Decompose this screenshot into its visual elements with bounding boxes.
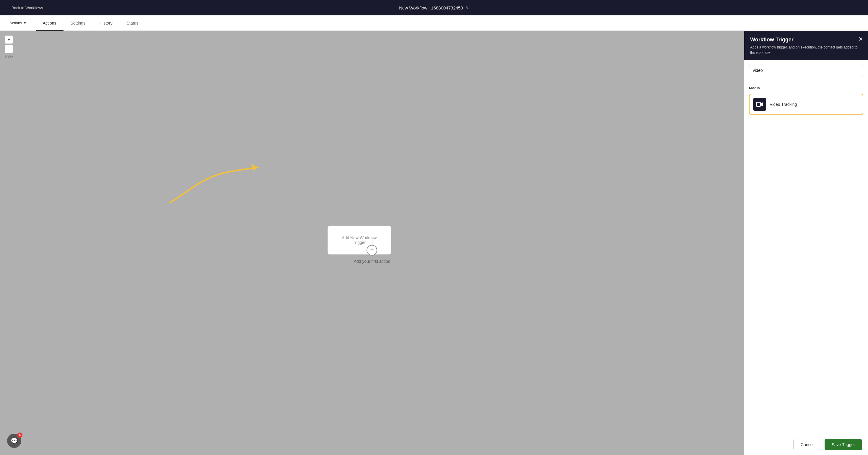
back-arrow-icon: ← [6,6,10,10]
search-input[interactable]: video [749,65,863,76]
workflow-title-area: New Workflow : 1688004732459 ✎ [399,5,469,10]
save-trigger-button[interactable]: Save Trigger [825,439,862,450]
add-first-action-label: Add your first action [354,259,391,264]
video-icon [756,101,763,108]
tab-status-label: Status [127,21,138,25]
chat-badge-count: 6 [17,432,23,438]
add-action-circle-button[interactable]: + [367,245,377,255]
tab-status[interactable]: Status [120,16,146,31]
main-area: + − 100% Add New Workflow Trigger + Add … [0,31,868,455]
chevron-down-icon: ▾ [24,21,26,25]
minus-icon: − [7,47,10,52]
svg-marker-2 [761,102,763,107]
tab-history[interactable]: History [92,16,120,31]
back-to-workflows-button[interactable]: ← Back to Workflows [6,6,43,10]
back-label: Back to Workflows [11,6,43,10]
tab-settings-label: Settings [70,21,86,25]
svg-marker-0 [251,164,258,171]
edit-title-icon[interactable]: ✎ [465,5,469,10]
video-tracking-icon-box [753,98,766,111]
zoom-in-button[interactable]: + [5,35,13,44]
trigger-video-tracking-label: Video Tracking [770,102,797,107]
chat-icon: 💬 [11,437,18,444]
workflow-title-text: New Workflow : 1688004732459 [399,5,463,10]
tab-bar: Actions ▾ Actions Settings History Statu… [0,16,868,31]
svg-rect-1 [756,102,761,107]
add-action-area: + Add your first action [354,245,391,264]
panel-subtitle: Adds a workflow trigger, and on executio… [750,45,862,55]
zoom-out-button[interactable]: − [5,45,13,53]
arrow-annotation [164,150,264,210]
panel-footer: Cancel Save Trigger [744,434,868,455]
actions-dropdown-label: Actions [9,21,22,25]
tab-history-label: History [99,21,113,25]
tab-actions[interactable]: Actions [36,16,63,31]
panel-body: Media Video Tracking [744,81,868,434]
tab-actions-label: Actions [43,21,56,25]
tab-settings[interactable]: Settings [63,16,93,31]
plus-circle-icon: + [370,247,374,253]
panel-close-button[interactable]: ✕ [858,35,863,42]
chat-widget[interactable]: 💬 6 [7,434,21,448]
category-media-label: Media [749,86,863,90]
right-panel: Workflow Trigger Adds a workflow trigger… [744,31,868,455]
zoom-controls: + − 100% [5,35,13,59]
search-area: video [744,60,868,81]
plus-icon: + [7,37,10,42]
panel-title: Workflow Trigger [750,37,862,43]
actions-dropdown[interactable]: Actions ▾ [5,16,31,31]
top-nav-bar: ← Back to Workflows New Workflow : 16880… [0,0,868,16]
cancel-button[interactable]: Cancel [793,439,821,450]
zoom-level-label: 100% [5,55,13,59]
canvas-area: + − 100% Add New Workflow Trigger + Add … [0,31,744,455]
trigger-item-video-tracking[interactable]: Video Tracking [749,94,863,115]
panel-header: Workflow Trigger Adds a workflow trigger… [744,31,868,60]
